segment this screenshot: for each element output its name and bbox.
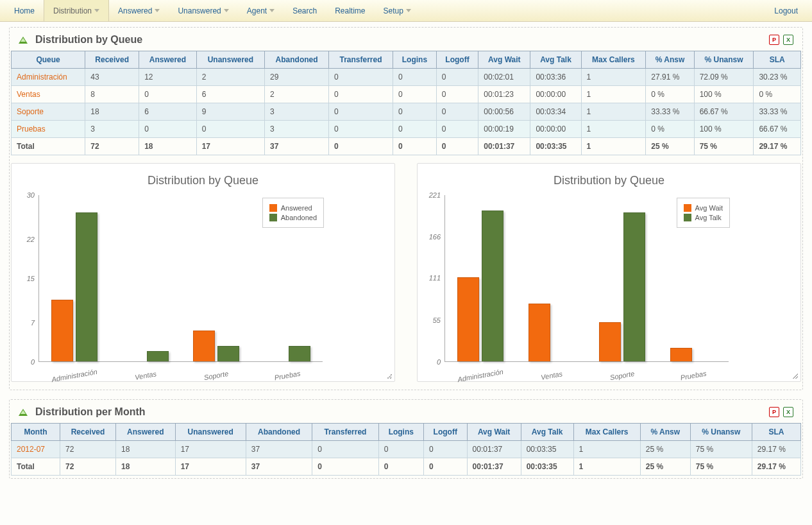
bar — [623, 212, 645, 361]
column-header[interactable]: % Answ — [646, 51, 694, 69]
nav-item-home[interactable]: Home — [5, 0, 44, 21]
bar-group — [192, 331, 241, 361]
cell: 00:03:34 — [530, 103, 581, 121]
column-header[interactable]: % Unansw — [690, 424, 752, 441]
collapse-icon[interactable] — [19, 37, 28, 44]
y-tick: 166 — [429, 233, 441, 241]
export-xls-icon[interactable]: X — [783, 35, 793, 45]
column-header[interactable]: Answered — [139, 51, 197, 69]
nav-item-agent[interactable]: Agent — [238, 0, 283, 21]
nav-item-realtime[interactable]: Realtime — [326, 0, 374, 21]
collapse-icon[interactable] — [19, 409, 28, 416]
column-header[interactable]: Abandoned — [246, 424, 312, 441]
export-pdf-icon[interactable]: P — [769, 35, 779, 45]
total-cell: 1 — [573, 458, 640, 476]
cell: 2 — [196, 69, 264, 86]
column-header[interactable]: % Unansw — [694, 51, 754, 69]
y-tick: 30 — [27, 191, 35, 199]
x-label: Administración — [51, 368, 98, 383]
nav-item-setup[interactable]: Setup — [375, 0, 420, 21]
column-header[interactable]: Received — [85, 51, 139, 69]
column-header[interactable]: Logins — [378, 424, 423, 441]
row-link[interactable]: Soporte — [12, 103, 85, 121]
cell: 2 — [265, 86, 329, 103]
total-cell: 0 — [312, 458, 378, 476]
total-cell: 75 % — [694, 138, 754, 155]
row-link[interactable]: 2012-07 — [12, 441, 60, 458]
bar-group — [456, 211, 505, 361]
y-tick: 0 — [31, 358, 35, 366]
column-header[interactable]: Logoff — [436, 51, 478, 69]
column-header[interactable]: SLA — [752, 424, 800, 441]
total-cell: 00:01:37 — [478, 138, 530, 155]
cell: 37 — [246, 441, 312, 458]
row-link[interactable]: Administración — [12, 69, 85, 86]
cell: 9 — [196, 103, 264, 121]
column-header[interactable]: Max Callers — [573, 424, 640, 441]
nav-logout[interactable]: Logout — [765, 0, 807, 21]
resize-handle-icon[interactable] — [791, 372, 798, 379]
chart-title: Distribution by Queue — [19, 174, 387, 187]
column-header[interactable]: Avg Wait — [467, 424, 521, 441]
column-header[interactable]: Logoff — [423, 424, 467, 441]
column-header[interactable]: Unanswered — [175, 424, 246, 441]
cell: 100 % — [694, 86, 754, 103]
column-header[interactable]: % Answ — [640, 424, 690, 441]
resize-handle-icon[interactable] — [385, 372, 392, 379]
row-link[interactable]: Ventas — [12, 86, 85, 103]
column-header[interactable]: Answered — [115, 424, 175, 441]
chart-area: 07152230AdministraciónVentasSoportePrueb… — [38, 195, 387, 362]
cell: 00:00:00 — [530, 121, 581, 138]
y-tick: 55 — [433, 316, 441, 324]
legend-label: Abandoned — [281, 214, 317, 221]
column-header[interactable]: Transferred — [329, 51, 393, 69]
nav-item-search[interactable]: Search — [283, 0, 326, 21]
column-header[interactable]: Received — [60, 424, 116, 441]
cell: 00:01:37 — [467, 441, 521, 458]
cell: 0 — [393, 86, 437, 103]
bar — [482, 211, 503, 361]
cell: 0 — [329, 103, 393, 121]
bar — [289, 346, 310, 361]
column-header[interactable]: Avg Talk — [521, 424, 573, 441]
nav-item-unanswered[interactable]: Unanswered — [169, 0, 237, 21]
cell: 0 — [196, 121, 264, 138]
cell: 30.23 % — [754, 69, 801, 86]
nav-item-distribution[interactable]: Distribution — [44, 0, 109, 21]
export-xls-icon[interactable]: X — [783, 407, 793, 417]
cell: 1 — [573, 441, 640, 458]
bar — [217, 346, 239, 361]
column-header[interactable]: Unanswered — [196, 51, 264, 69]
chart-legend: Avg WaitAvg Talk — [677, 198, 730, 228]
column-header[interactable]: Abandoned — [265, 51, 329, 69]
column-header[interactable]: Avg Talk — [530, 51, 581, 69]
column-header[interactable]: Month — [12, 424, 60, 441]
cell: 6 — [139, 103, 197, 121]
column-header[interactable]: Avg Wait — [478, 51, 530, 69]
queue-table: QueueReceivedAnsweredUnansweredAbandoned… — [11, 51, 801, 155]
total-cell: 0 — [436, 138, 478, 155]
total-cell: 0 — [393, 138, 437, 155]
cell: 72 — [60, 441, 116, 458]
x-label: Administración — [457, 368, 504, 383]
cell: 100 % — [694, 121, 754, 138]
panel-distribution-per-month: Distribution per Month P X MonthReceived… — [9, 399, 803, 479]
column-header[interactable]: Logins — [393, 51, 437, 69]
nav-item-answered[interactable]: Answered — [109, 0, 169, 21]
cell: 0 % — [646, 86, 694, 103]
chart-row: Distribution by Queue07152230Administrac… — [10, 155, 802, 387]
total-row: Total7218173700000:01:3700:03:35125 %75 … — [12, 138, 801, 155]
column-header[interactable]: Max Callers — [581, 51, 646, 69]
cell: 1 — [581, 121, 646, 138]
column-header[interactable]: SLA — [754, 51, 801, 69]
export-pdf-icon[interactable]: P — [769, 407, 779, 417]
cell: 0 — [329, 121, 393, 138]
total-cell: 0 — [423, 458, 467, 476]
cell: 75 % — [690, 441, 752, 458]
chart-legend: AnsweredAbandoned — [262, 198, 324, 228]
total-cell: 18 — [115, 458, 175, 476]
legend-label: Avg Talk — [695, 214, 722, 221]
column-header[interactable]: Transferred — [312, 424, 378, 441]
row-link[interactable]: Pruebas — [12, 121, 85, 138]
column-header[interactable]: Queue — [12, 51, 85, 69]
